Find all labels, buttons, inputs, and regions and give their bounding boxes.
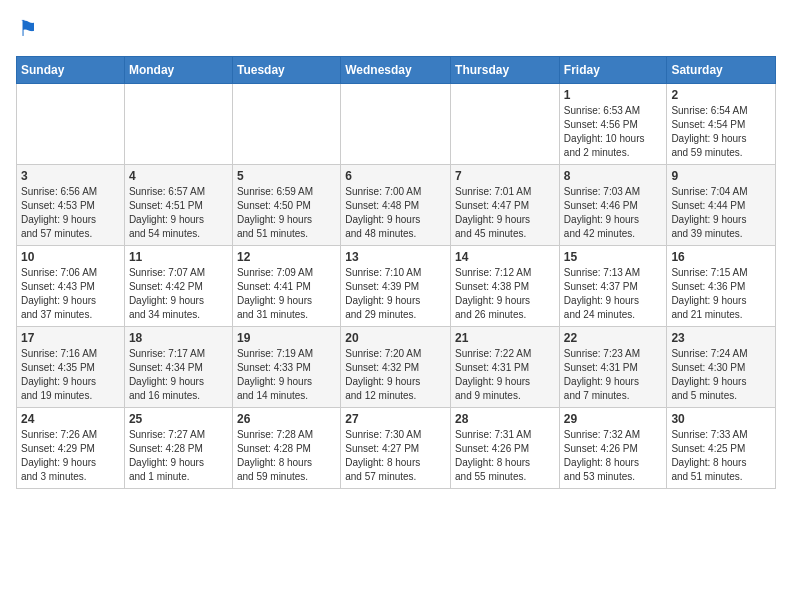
day-number: 17 xyxy=(21,331,120,345)
day-info: Sunrise: 7:19 AM Sunset: 4:33 PM Dayligh… xyxy=(237,347,336,403)
day-number: 13 xyxy=(345,250,446,264)
day-number: 15 xyxy=(564,250,663,264)
calendar-cell xyxy=(341,84,451,165)
column-header-saturday: Saturday xyxy=(667,57,776,84)
day-info: Sunrise: 7:33 AM Sunset: 4:25 PM Dayligh… xyxy=(671,428,771,484)
logo: ⚑ xyxy=(16,16,48,44)
calendar-table: SundayMondayTuesdayWednesdayThursdayFrid… xyxy=(16,56,776,489)
calendar-cell: 15Sunrise: 7:13 AM Sunset: 4:37 PM Dayli… xyxy=(559,246,667,327)
day-info: Sunrise: 7:03 AM Sunset: 4:46 PM Dayligh… xyxy=(564,185,663,241)
day-info: Sunrise: 7:07 AM Sunset: 4:42 PM Dayligh… xyxy=(129,266,228,322)
day-number: 12 xyxy=(237,250,336,264)
calendar-cell: 30Sunrise: 7:33 AM Sunset: 4:25 PM Dayli… xyxy=(667,408,776,489)
calendar-week-row: 17Sunrise: 7:16 AM Sunset: 4:35 PM Dayli… xyxy=(17,327,776,408)
calendar-cell xyxy=(451,84,560,165)
column-header-tuesday: Tuesday xyxy=(232,57,340,84)
day-number: 14 xyxy=(455,250,555,264)
calendar-cell: 3Sunrise: 6:56 AM Sunset: 4:53 PM Daylig… xyxy=(17,165,125,246)
day-number: 27 xyxy=(345,412,446,426)
calendar-cell: 5Sunrise: 6:59 AM Sunset: 4:50 PM Daylig… xyxy=(232,165,340,246)
day-info: Sunrise: 6:57 AM Sunset: 4:51 PM Dayligh… xyxy=(129,185,228,241)
calendar-cell: 4Sunrise: 6:57 AM Sunset: 4:51 PM Daylig… xyxy=(124,165,232,246)
day-number: 11 xyxy=(129,250,228,264)
day-info: Sunrise: 7:12 AM Sunset: 4:38 PM Dayligh… xyxy=(455,266,555,322)
calendar-cell: 27Sunrise: 7:30 AM Sunset: 4:27 PM Dayli… xyxy=(341,408,451,489)
calendar-cell: 26Sunrise: 7:28 AM Sunset: 4:28 PM Dayli… xyxy=(232,408,340,489)
day-number: 6 xyxy=(345,169,446,183)
day-info: Sunrise: 7:22 AM Sunset: 4:31 PM Dayligh… xyxy=(455,347,555,403)
calendar-week-row: 3Sunrise: 6:56 AM Sunset: 4:53 PM Daylig… xyxy=(17,165,776,246)
logo-icon: ⚑ xyxy=(16,16,44,44)
day-number: 1 xyxy=(564,88,663,102)
day-number: 23 xyxy=(671,331,771,345)
day-info: Sunrise: 7:09 AM Sunset: 4:41 PM Dayligh… xyxy=(237,266,336,322)
calendar-cell: 19Sunrise: 7:19 AM Sunset: 4:33 PM Dayli… xyxy=(232,327,340,408)
calendar-cell: 10Sunrise: 7:06 AM Sunset: 4:43 PM Dayli… xyxy=(17,246,125,327)
day-info: Sunrise: 6:59 AM Sunset: 4:50 PM Dayligh… xyxy=(237,185,336,241)
day-number: 5 xyxy=(237,169,336,183)
day-info: Sunrise: 6:56 AM Sunset: 4:53 PM Dayligh… xyxy=(21,185,120,241)
day-info: Sunrise: 7:17 AM Sunset: 4:34 PM Dayligh… xyxy=(129,347,228,403)
day-number: 25 xyxy=(129,412,228,426)
day-number: 10 xyxy=(21,250,120,264)
day-number: 2 xyxy=(671,88,771,102)
day-info: Sunrise: 6:54 AM Sunset: 4:54 PM Dayligh… xyxy=(671,104,771,160)
day-number: 9 xyxy=(671,169,771,183)
page-header: ⚑ xyxy=(16,16,776,44)
calendar-cell: 28Sunrise: 7:31 AM Sunset: 4:26 PM Dayli… xyxy=(451,408,560,489)
calendar-cell: 18Sunrise: 7:17 AM Sunset: 4:34 PM Dayli… xyxy=(124,327,232,408)
column-header-monday: Monday xyxy=(124,57,232,84)
day-number: 28 xyxy=(455,412,555,426)
column-header-friday: Friday xyxy=(559,57,667,84)
day-info: Sunrise: 7:06 AM Sunset: 4:43 PM Dayligh… xyxy=(21,266,120,322)
calendar-week-row: 10Sunrise: 7:06 AM Sunset: 4:43 PM Dayli… xyxy=(17,246,776,327)
day-number: 22 xyxy=(564,331,663,345)
column-header-sunday: Sunday xyxy=(17,57,125,84)
day-info: Sunrise: 7:20 AM Sunset: 4:32 PM Dayligh… xyxy=(345,347,446,403)
day-info: Sunrise: 7:13 AM Sunset: 4:37 PM Dayligh… xyxy=(564,266,663,322)
day-info: Sunrise: 7:15 AM Sunset: 4:36 PM Dayligh… xyxy=(671,266,771,322)
day-info: Sunrise: 6:53 AM Sunset: 4:56 PM Dayligh… xyxy=(564,104,663,160)
calendar-cell: 13Sunrise: 7:10 AM Sunset: 4:39 PM Dayli… xyxy=(341,246,451,327)
day-info: Sunrise: 7:04 AM Sunset: 4:44 PM Dayligh… xyxy=(671,185,771,241)
day-info: Sunrise: 7:28 AM Sunset: 4:28 PM Dayligh… xyxy=(237,428,336,484)
svg-text:⚑: ⚑ xyxy=(18,16,38,41)
calendar-cell: 6Sunrise: 7:00 AM Sunset: 4:48 PM Daylig… xyxy=(341,165,451,246)
calendar-cell: 16Sunrise: 7:15 AM Sunset: 4:36 PM Dayli… xyxy=(667,246,776,327)
day-info: Sunrise: 7:31 AM Sunset: 4:26 PM Dayligh… xyxy=(455,428,555,484)
day-number: 19 xyxy=(237,331,336,345)
calendar-cell: 11Sunrise: 7:07 AM Sunset: 4:42 PM Dayli… xyxy=(124,246,232,327)
calendar-cell: 8Sunrise: 7:03 AM Sunset: 4:46 PM Daylig… xyxy=(559,165,667,246)
day-number: 4 xyxy=(129,169,228,183)
day-number: 24 xyxy=(21,412,120,426)
day-info: Sunrise: 7:00 AM Sunset: 4:48 PM Dayligh… xyxy=(345,185,446,241)
calendar-cell: 24Sunrise: 7:26 AM Sunset: 4:29 PM Dayli… xyxy=(17,408,125,489)
day-info: Sunrise: 7:23 AM Sunset: 4:31 PM Dayligh… xyxy=(564,347,663,403)
day-number: 20 xyxy=(345,331,446,345)
calendar-cell: 14Sunrise: 7:12 AM Sunset: 4:38 PM Dayli… xyxy=(451,246,560,327)
calendar-cell: 21Sunrise: 7:22 AM Sunset: 4:31 PM Dayli… xyxy=(451,327,560,408)
calendar-cell: 9Sunrise: 7:04 AM Sunset: 4:44 PM Daylig… xyxy=(667,165,776,246)
day-info: Sunrise: 7:26 AM Sunset: 4:29 PM Dayligh… xyxy=(21,428,120,484)
day-number: 7 xyxy=(455,169,555,183)
day-number: 3 xyxy=(21,169,120,183)
calendar-cell xyxy=(124,84,232,165)
day-number: 26 xyxy=(237,412,336,426)
day-info: Sunrise: 7:27 AM Sunset: 4:28 PM Dayligh… xyxy=(129,428,228,484)
column-header-thursday: Thursday xyxy=(451,57,560,84)
calendar-cell xyxy=(17,84,125,165)
column-header-wednesday: Wednesday xyxy=(341,57,451,84)
calendar-cell: 22Sunrise: 7:23 AM Sunset: 4:31 PM Dayli… xyxy=(559,327,667,408)
calendar-cell: 29Sunrise: 7:32 AM Sunset: 4:26 PM Dayli… xyxy=(559,408,667,489)
day-info: Sunrise: 7:10 AM Sunset: 4:39 PM Dayligh… xyxy=(345,266,446,322)
day-info: Sunrise: 7:24 AM Sunset: 4:30 PM Dayligh… xyxy=(671,347,771,403)
day-number: 18 xyxy=(129,331,228,345)
calendar-cell: 20Sunrise: 7:20 AM Sunset: 4:32 PM Dayli… xyxy=(341,327,451,408)
calendar-cell: 23Sunrise: 7:24 AM Sunset: 4:30 PM Dayli… xyxy=(667,327,776,408)
day-info: Sunrise: 7:01 AM Sunset: 4:47 PM Dayligh… xyxy=(455,185,555,241)
calendar-cell: 17Sunrise: 7:16 AM Sunset: 4:35 PM Dayli… xyxy=(17,327,125,408)
calendar-cell: 2Sunrise: 6:54 AM Sunset: 4:54 PM Daylig… xyxy=(667,84,776,165)
day-number: 29 xyxy=(564,412,663,426)
calendar-week-row: 24Sunrise: 7:26 AM Sunset: 4:29 PM Dayli… xyxy=(17,408,776,489)
calendar-cell: 1Sunrise: 6:53 AM Sunset: 4:56 PM Daylig… xyxy=(559,84,667,165)
